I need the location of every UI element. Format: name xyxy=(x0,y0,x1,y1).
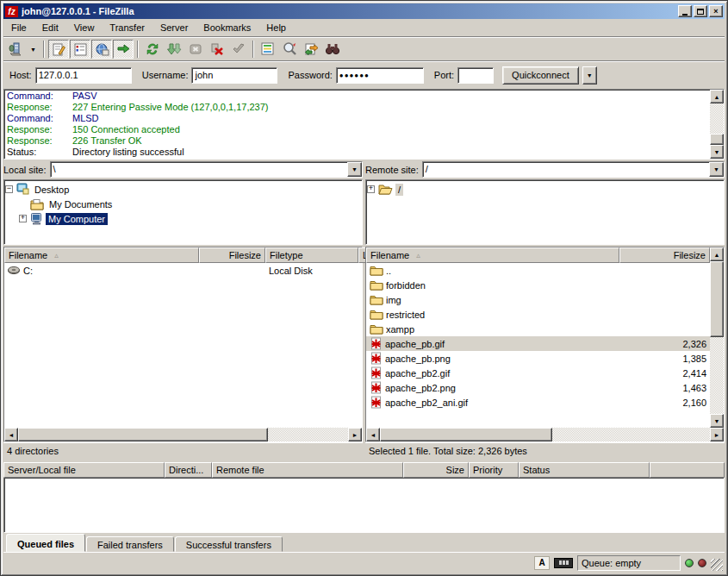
column-header-status[interactable]: Status xyxy=(519,462,650,478)
menu-transfer[interactable]: Transfer xyxy=(102,21,152,34)
tree-item-label: / xyxy=(395,184,403,196)
column-header-size[interactable]: Size xyxy=(403,462,469,478)
resize-grip[interactable] xyxy=(711,559,723,571)
log-scrollbar[interactable]: ▲ ▼ xyxy=(710,90,724,159)
remote-file-row-selected[interactable]: apache_pb.gif 2,326 xyxy=(366,336,710,351)
menu-edit[interactable]: Edit xyxy=(34,21,66,34)
menu-bookmarks[interactable]: Bookmarks xyxy=(196,21,258,34)
remote-site-combo[interactable]: / ▼ xyxy=(422,161,725,178)
tree-item-my-documents[interactable]: My Documents xyxy=(5,197,361,211)
column-header-remote-file[interactable]: Remote file xyxy=(212,462,403,478)
remote-file-row[interactable]: apache_pb2_ani.gif 2,160 xyxy=(366,395,710,410)
remote-file-row[interactable]: apache_pb.png 1,385 xyxy=(366,351,710,366)
remote-horizontal-scrollbar[interactable]: ◄ ► xyxy=(366,428,724,441)
scroll-left-button[interactable]: ◄ xyxy=(366,428,380,441)
tab-failed-transfers[interactable]: Failed transfers xyxy=(86,536,174,552)
scroll-thumb[interactable] xyxy=(710,261,724,337)
scroll-up-button[interactable]: ▲ xyxy=(710,247,724,261)
tree-item-desktop[interactable]: − Desktop xyxy=(5,182,361,197)
column-header-filename[interactable]: Filename▵ xyxy=(366,247,619,263)
title-bar[interactable]: fz john@127.0.0.1 - FileZilla × xyxy=(3,3,725,19)
column-header-filesize[interactable]: Filesize xyxy=(619,247,710,263)
toolbar-separator xyxy=(137,41,139,58)
expand-icon[interactable]: + xyxy=(19,215,27,222)
scroll-down-button[interactable]: ▼ xyxy=(710,145,724,159)
remote-list-body[interactable]: .. forbidden img xyxy=(366,263,710,428)
remote-file-row[interactable]: img xyxy=(366,292,710,307)
minimize-button[interactable] xyxy=(678,5,692,17)
message-log-lines: Command:PASV Response:227 Entering Passi… xyxy=(4,90,710,159)
chevron-down-icon: ▼ xyxy=(30,47,36,53)
directory-comparison-button[interactable] xyxy=(258,40,278,59)
remote-file-row[interactable]: apache_pb2.png 1,463 xyxy=(366,380,710,395)
password-input[interactable] xyxy=(336,67,424,84)
scroll-right-button[interactable]: ► xyxy=(348,428,362,441)
scroll-right-button[interactable]: ► xyxy=(710,428,724,441)
scroll-thumb[interactable] xyxy=(18,428,268,441)
password-label: Password: xyxy=(288,70,332,80)
queue-list-body[interactable] xyxy=(3,478,725,533)
directory-filters-button[interactable] xyxy=(301,40,321,59)
tree-item-my-computer[interactable]: + My Computer xyxy=(5,211,361,226)
menu-server[interactable]: Server xyxy=(152,21,196,34)
toggle-transfer-queue-button[interactable] xyxy=(113,40,134,59)
remote-file-row[interactable]: .. xyxy=(366,263,710,278)
column-header-filetype[interactable]: Filetype xyxy=(265,247,358,263)
transfer-type-indicator-icon[interactable]: A xyxy=(534,556,550,570)
toggle-message-log-button[interactable] xyxy=(48,40,69,59)
cancel-operation-button[interactable] xyxy=(185,40,206,59)
quickconnect-dropdown-button[interactable]: ▼ xyxy=(582,66,597,85)
tab-queued-files[interactable]: Queued files xyxy=(6,534,85,552)
column-header-server-local-file[interactable]: Server/Local file xyxy=(3,462,165,478)
encryption-indicator-icon[interactable] xyxy=(554,558,573,568)
remote-file-row[interactable]: apache_pb2.gif 2,414 xyxy=(366,366,710,380)
toggle-remote-tree-button[interactable] xyxy=(91,40,112,59)
toggle-local-tree-button[interactable] xyxy=(70,40,90,59)
column-header-direction[interactable]: Directi... xyxy=(165,462,212,478)
column-header-filename[interactable]: Filename▵ xyxy=(4,247,199,263)
site-manager-dropdown-button[interactable]: ▼ xyxy=(27,40,40,59)
local-file-row[interactable]: C: Local Disk xyxy=(4,263,362,278)
remote-vertical-scrollbar[interactable]: ▲ ▼ xyxy=(710,247,724,428)
process-queue-button[interactable] xyxy=(164,40,184,59)
refresh-button[interactable] xyxy=(142,40,163,59)
username-input[interactable] xyxy=(191,67,277,84)
find-files-button[interactable] xyxy=(322,40,343,59)
collapse-icon[interactable]: − xyxy=(5,185,13,193)
quickconnect-button[interactable]: Quickconnect xyxy=(502,66,579,85)
synchronized-browsing-button[interactable] xyxy=(279,40,300,59)
tab-successful-transfers[interactable]: Successful transfers xyxy=(175,536,283,552)
local-site-dropdown-button[interactable]: ▼ xyxy=(347,162,362,177)
host-input[interactable] xyxy=(35,67,132,84)
remote-file-row[interactable]: xampp xyxy=(366,322,710,336)
quickconnect-bar: Host: Username: Password: Port: Quickcon… xyxy=(3,62,725,88)
folder-icon xyxy=(370,265,383,276)
image-file-icon xyxy=(370,337,383,350)
menu-help[interactable]: Help xyxy=(258,21,294,34)
scroll-down-button[interactable]: ▼ xyxy=(710,414,724,428)
local-site-combo[interactable]: \ ▼ xyxy=(50,161,363,178)
port-input[interactable] xyxy=(457,67,494,84)
menu-file[interactable]: File xyxy=(3,21,34,34)
remote-file-row[interactable]: restricted xyxy=(366,307,710,322)
scroll-up-button[interactable]: ▲ xyxy=(710,90,724,103)
queue-tabs: Queued files Failed transfers Successful… xyxy=(3,533,725,552)
site-manager-button[interactable] xyxy=(5,40,26,59)
menu-view[interactable]: View xyxy=(66,21,103,34)
column-header-filesize[interactable]: Filesize xyxy=(199,247,265,263)
expand-icon[interactable]: + xyxy=(367,185,375,193)
abort-button[interactable] xyxy=(228,40,249,59)
scroll-thumb[interactable] xyxy=(710,134,724,145)
local-list-body[interactable]: C: Local Disk xyxy=(4,263,362,428)
remote-site-dropdown-button[interactable]: ▼ xyxy=(709,162,724,177)
remote-file-row[interactable]: forbidden xyxy=(366,278,710,292)
close-button[interactable]: × xyxy=(709,5,723,17)
scroll-thumb[interactable] xyxy=(380,428,552,441)
scroll-left-button[interactable]: ◄ xyxy=(4,428,18,441)
column-header-priority[interactable]: Priority xyxy=(469,462,519,478)
documents-folder-icon xyxy=(30,198,44,210)
local-horizontal-scrollbar[interactable]: ◄ ► xyxy=(4,428,362,441)
disconnect-button[interactable] xyxy=(207,40,227,59)
maximize-button[interactable] xyxy=(694,5,707,17)
tree-item-root[interactable]: + / xyxy=(367,182,723,197)
